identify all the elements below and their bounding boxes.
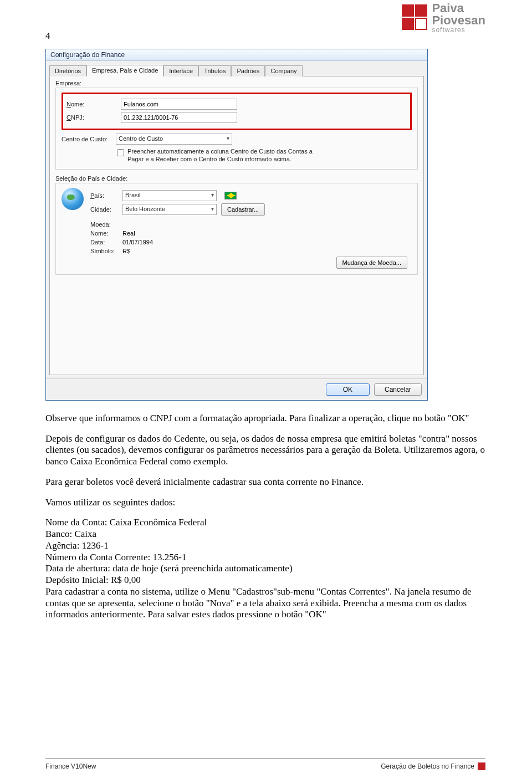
page-number: 4 (45, 30, 50, 42)
tab-tributos[interactable]: Tributos (198, 65, 231, 76)
highlight-annotation: Nome: CNPJ: (62, 93, 412, 130)
centro-custo-label: Centro de Custo: (62, 136, 111, 142)
tab-company[interactable]: Company (265, 65, 302, 76)
tab-empresa-pais-cidade[interactable]: Empresa, País e Cidade (86, 65, 163, 76)
nome-label: Nome: (66, 101, 116, 108)
pais-cidade-group-label: Seleção do País e Cidade: (55, 175, 418, 182)
moeda-data-label: Data: (90, 239, 118, 245)
cnpj-input[interactable] (121, 112, 237, 123)
paragraph: Agência: 1236-1 (45, 540, 485, 552)
paragraph: Banco: Caixa (45, 529, 485, 540)
paragraph: Para gerar boletos você deverá inicialme… (45, 477, 485, 488)
brand-text: Paiva Piovesan softwares (432, 2, 485, 33)
preencher-auto-checkbox[interactable] (117, 149, 124, 156)
moeda-data-value: 01/07/1994 (122, 239, 153, 245)
tab-diretorios[interactable]: Diretórios (49, 65, 86, 76)
footer-left: Finance V10New (45, 762, 96, 770)
mudanca-moeda-button[interactable]: Mudança de Moeda... (336, 257, 407, 269)
preencher-auto-label: Preencher automaticamente a coluna Centr… (127, 148, 316, 163)
paragraph: Depósito Inicial: R$ 0,00 (45, 575, 485, 586)
paragraph: Vamos utilizar os seguintes dados: (45, 497, 485, 509)
globe-icon (62, 188, 84, 210)
footer-mark-icon (478, 762, 485, 770)
brazil-flag-icon (224, 192, 237, 199)
dialog-button-row: OK Cancelar (46, 378, 427, 400)
moeda-simbolo-value: R$ (122, 248, 130, 254)
window-title: Configuração do Finance (46, 49, 427, 61)
moeda-nome-value: Real (122, 230, 135, 237)
pais-combo[interactable]: Brasil (122, 190, 217, 201)
page-footer: Finance V10New Geração de Boletos no Fin… (45, 762, 485, 770)
cadastrar-button[interactable]: Cadastrar... (221, 203, 265, 216)
moeda-label: Moeda: (90, 221, 118, 228)
paragraph: Nome da Conta: Caixa Econômica Federal (45, 517, 485, 529)
paragraph: Para cadastrar a conta no sistema, utili… (45, 586, 485, 621)
brand-logo: Paiva Piovesan softwares (402, 2, 485, 33)
cnpj-label: CNPJ: (66, 114, 116, 121)
tab-interface[interactable]: Interface (163, 65, 198, 76)
paragraph: Número da Conta Corrente: 13.256-1 (45, 552, 485, 564)
cidade-label: Cidade: (90, 206, 118, 213)
tab-panel: Empresa: Nome: CNPJ: Centro de Custo: Ce… (49, 76, 424, 375)
paragraph: Data de abertura: data de hoje (será pre… (45, 563, 485, 575)
paragraph: Observe que informamos o CNPJ com a form… (45, 413, 485, 424)
empresa-group: Nome: CNPJ: Centro de Custo: Centro de C… (55, 88, 418, 170)
moeda-simbolo-label: Símbolo: (90, 248, 118, 254)
pais-label: País: (90, 192, 118, 199)
footer-rule (45, 759, 485, 759)
centro-custo-combo[interactable]: Centro de Custo (116, 134, 232, 145)
footer-right: Geração de Boletos no Finance (381, 762, 474, 770)
tab-bar: Diretórios Empresa, País e Cidade Interf… (46, 61, 427, 76)
cidade-combo[interactable]: Belo Horizonte (122, 204, 217, 215)
brand-mark-icon (402, 4, 428, 31)
nome-input[interactable] (121, 99, 237, 110)
ok-button[interactable]: OK (326, 383, 370, 396)
moeda-nome-label: Nome: (90, 230, 118, 237)
empresa-group-label: Empresa: (55, 80, 418, 86)
paragraph: Depois de configurar os dados do Cedente… (45, 433, 485, 468)
config-window: Configuração do Finance Diretórios Empre… (45, 49, 428, 401)
cancel-button[interactable]: Cancelar (374, 383, 422, 396)
document-body: Observe que informamos o CNPJ com a form… (45, 413, 485, 621)
pais-cidade-group: País: Brasil Cidade: Belo Horizonte Cada… (55, 183, 418, 275)
tab-padroes[interactable]: Padrões (231, 65, 265, 76)
